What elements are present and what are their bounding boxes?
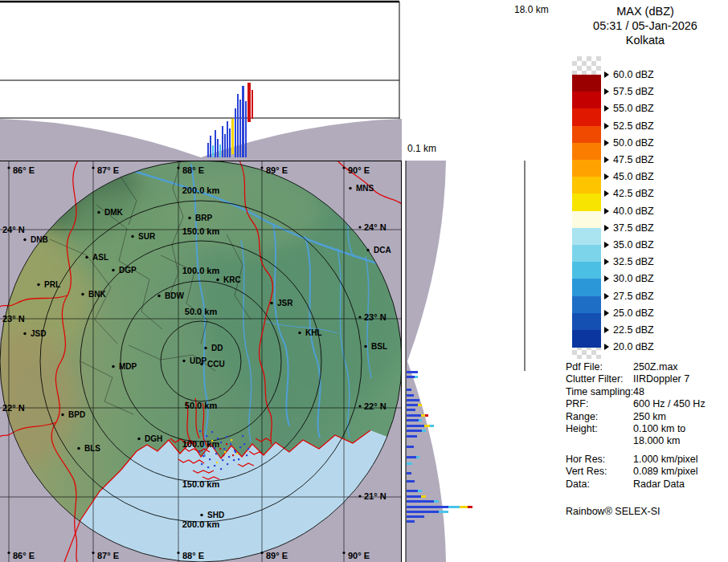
scale-threshold-label: 52.5 dBZ: [604, 120, 654, 132]
city-dot: [77, 447, 80, 450]
threshold-text: 50.0 dBZ: [613, 137, 654, 149]
threshold-text: 52.5 dBZ: [613, 120, 654, 132]
info-field-label: Range:: [566, 411, 598, 422]
threshold-text: 55.0 dBZ: [613, 103, 654, 114]
top-projection-panel: [0, 0, 402, 161]
range-ring-label: 50.0 km: [185, 401, 218, 410]
city-label: UDP: [190, 356, 207, 365]
city-dot: [364, 345, 366, 348]
scale-threshold-label: 42.5 dBZ: [604, 187, 654, 200]
longitude-label: 87° E: [97, 165, 119, 175]
threshold-arrow-icon: [604, 242, 609, 248]
threshold-arrow-icon: [604, 225, 609, 231]
latitude-label: 24° N: [364, 222, 386, 232]
info-field-label: Data:: [566, 479, 590, 490]
city-label: SUR: [138, 232, 156, 241]
threshold-arrow-icon: [604, 173, 609, 180]
threshold-text: 57.5 dBZ: [613, 86, 654, 97]
scale-threshold-label: 45.0 dBZ: [604, 170, 654, 183]
threshold-arrow-icon: [604, 293, 609, 299]
threshold-arrow-icon: [604, 71, 609, 78]
color-scale-labels: 60.0 dBZ57.5 dBZ55.0 dBZ52.5 dBZ50.0 dBZ…: [562, 0, 728, 369]
longitude-label: 87° E: [97, 551, 119, 560]
info-field-label: Hor Res:: [566, 454, 605, 465]
info-row: Hor Res:1.000 km/pixel: [562, 454, 728, 466]
range-ring-label: 200.0 km: [182, 185, 220, 195]
latitude-label: 23° N: [364, 312, 386, 322]
range-ring-label: 100.0 km: [182, 439, 220, 449]
info-field-value: 250Z.max: [633, 361, 678, 373]
longitude-label: 90° E: [348, 551, 370, 560]
threshold-arrow-icon: [604, 259, 609, 265]
latitude-label: 21° N: [364, 491, 386, 501]
side-projection-view: [402, 161, 530, 562]
range-ring-label: 200.0 km: [182, 519, 220, 529]
height-axis-min-label: 0.1 km: [407, 143, 436, 154]
threshold-arrow-icon: [604, 88, 609, 95]
city-label: JSR: [277, 299, 293, 307]
graticule-dot: [177, 166, 179, 169]
city-label: BRP: [195, 214, 212, 222]
city-dot: [85, 256, 88, 259]
info-field-label: Clutter Filter:: [566, 373, 624, 385]
city-label: SHD: [207, 511, 224, 519]
info-field-label: Pdf File:: [566, 361, 603, 373]
threshold-text: 35.0 dBZ: [613, 239, 654, 250]
longitude-label: 86° E: [13, 165, 35, 175]
radar-display-window: 200.0 km150.0 km100.0 km50.0 km50.0 km10…: [0, 0, 728, 562]
scale-threshold-label: 35.0 dBZ: [604, 238, 654, 251]
city-dot: [200, 514, 202, 516]
threshold-text: 40.0 dBZ: [613, 206, 654, 217]
scale-threshold-label: 22.5 dBZ: [604, 324, 654, 336]
info-field-value: IIRDoppler 7: [633, 373, 689, 385]
graticule-dot: [358, 405, 361, 407]
threshold-text: 22.5 dBZ: [613, 324, 654, 336]
threshold-text: 27.5 dBZ: [613, 291, 654, 302]
city-label: ASL: [92, 253, 108, 262]
info-field-value: 48: [633, 386, 644, 397]
height-axis-max-label: 18.0 km: [514, 4, 549, 15]
info-row: Height:0.100 km to: [562, 423, 728, 435]
city-dot: [157, 295, 160, 297]
graticule-dot: [260, 552, 263, 554]
info-row: Clutter Filter:IIRDoppler 7: [562, 373, 728, 385]
threshold-text: 20.0 dBZ: [613, 341, 654, 352]
city-dot: [61, 413, 63, 416]
graticule-dot: [358, 316, 361, 318]
threshold-text: 37.5 dBZ: [613, 222, 654, 234]
city-dot: [97, 211, 100, 214]
threshold-text: 25.0 dBZ: [613, 307, 654, 319]
graticule-dot: [260, 166, 263, 169]
city-dot: [270, 302, 272, 304]
range-ring-label: 100.0 km: [182, 266, 220, 275]
city-label: MDP: [119, 362, 137, 371]
top-projection-view: [0, 0, 402, 161]
scale-threshold-label: 25.0 dBZ: [604, 307, 654, 320]
graticule-dot: [92, 166, 94, 169]
threshold-arrow-icon: [604, 344, 609, 350]
range-ring-label: 150.0 km: [182, 226, 220, 236]
city-label: DCA: [374, 246, 391, 255]
radar-map: 200.0 km150.0 km100.0 km50.0 km50.0 km10…: [0, 161, 402, 562]
threshold-arrow-icon: [604, 105, 609, 112]
city-label: BSL: [371, 342, 387, 351]
scale-threshold-label: 47.5 dBZ: [604, 153, 654, 166]
city-label: BDW: [165, 291, 184, 300]
graticule-dot: [342, 552, 345, 554]
city-dot: [366, 249, 369, 251]
city-dot: [37, 283, 39, 286]
info-field-label: PRF:: [566, 398, 588, 409]
longitude-label: 89° E: [266, 551, 288, 560]
info-row: Data:Radar Data: [562, 479, 728, 491]
scale-threshold-label: 37.5 dBZ: [604, 222, 654, 234]
city-dot: [23, 332, 26, 335]
city-label: BNK: [88, 290, 106, 299]
range-ring-label: 50.0 km: [185, 307, 218, 316]
city-dot: [112, 269, 114, 271]
city-dot: [200, 363, 202, 365]
graticule-dot: [7, 166, 10, 169]
threshold-arrow-icon: [604, 310, 609, 316]
map-panel: 200.0 km150.0 km100.0 km50.0 km50.0 km10…: [0, 161, 402, 562]
range-ring-label: 150.0 km: [182, 479, 220, 489]
info-field-label: Time sampling:: [566, 386, 633, 397]
